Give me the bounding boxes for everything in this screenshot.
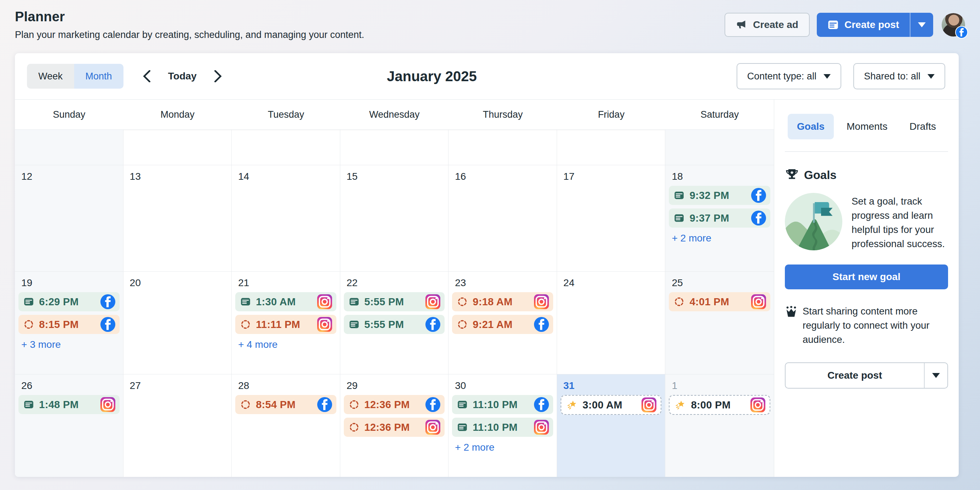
star-icon bbox=[675, 399, 686, 411]
month-toggle-button[interactable]: Month bbox=[74, 64, 124, 89]
event-time: 11:10 PM bbox=[473, 399, 518, 411]
calendar-cell-22[interactable]: 225:55 PM5:55 PM bbox=[340, 271, 449, 374]
calendar-cell-empty[interactable] bbox=[665, 130, 774, 165]
published-event[interactable]: 9:37 PM bbox=[669, 208, 770, 228]
calendar-cell-26[interactable]: 261:48 PM bbox=[15, 374, 124, 477]
more-events-link[interactable]: + 2 more bbox=[455, 442, 557, 453]
event-time: 9:32 PM bbox=[689, 190, 729, 201]
content-type-filter[interactable]: Content type: all bbox=[737, 63, 841, 89]
published-event[interactable]: 5:55 PM bbox=[344, 292, 445, 311]
event-time: 5:55 PM bbox=[364, 319, 404, 330]
post-icon bbox=[240, 297, 251, 307]
day-number: 18 bbox=[672, 171, 774, 182]
scheduled-event[interactable]: 8:54 PM bbox=[235, 395, 336, 414]
calendar-cell-empty[interactable] bbox=[340, 130, 449, 165]
previous-month-button[interactable] bbox=[139, 68, 155, 84]
calendar-cell-empty[interactable] bbox=[124, 130, 232, 165]
calendar-cell-20[interactable]: 20 bbox=[124, 271, 232, 374]
create-ad-button[interactable]: Create ad bbox=[724, 13, 810, 37]
next-month-button[interactable] bbox=[210, 68, 226, 84]
scheduled-event[interactable]: 12:36 PM bbox=[344, 395, 445, 414]
more-events-link[interactable]: + 3 more bbox=[21, 339, 123, 350]
tab-goals[interactable]: Goals bbox=[788, 114, 834, 140]
day-number: 27 bbox=[130, 380, 232, 392]
calendar-toolbar: Week Month Today January 2025 Content ty… bbox=[15, 53, 959, 100]
post-icon bbox=[24, 297, 34, 307]
suggested-event[interactable]: 8:00 PM bbox=[669, 395, 770, 415]
scheduled-event[interactable]: 11:11 PM bbox=[235, 315, 336, 334]
published-event[interactable]: 11:10 PM bbox=[452, 395, 553, 414]
trophy-icon bbox=[785, 168, 799, 182]
calendar-cell-28[interactable]: 288:54 PM bbox=[232, 374, 340, 477]
calendar-cell-12[interactable]: 12 bbox=[15, 165, 124, 271]
calendar-cell-24[interactable]: 24 bbox=[557, 271, 666, 374]
event-time: 6:29 PM bbox=[39, 296, 79, 308]
calendar-cell-19[interactable]: 196:29 PM8:15 PM+ 3 more bbox=[15, 271, 124, 374]
day-number: 1 bbox=[672, 380, 774, 392]
calendar-cell-14[interactable]: 14 bbox=[232, 165, 340, 271]
calendar-cell-31[interactable]: 313:00 AM bbox=[557, 374, 666, 477]
sharing-tip-text: Start sharing content more regularly to … bbox=[803, 304, 948, 347]
calendar-cell-empty[interactable] bbox=[449, 130, 557, 165]
calendar-cell-27[interactable]: 27 bbox=[124, 374, 232, 477]
day-number: 29 bbox=[347, 380, 449, 392]
calendar-cell-15[interactable]: 15 bbox=[340, 165, 449, 271]
event-time: 1:30 AM bbox=[256, 296, 296, 308]
event-time: 12:36 PM bbox=[364, 399, 410, 411]
instagram-icon bbox=[100, 397, 115, 412]
scheduled-clock-icon bbox=[349, 399, 360, 410]
calendar-cell-empty[interactable] bbox=[15, 130, 124, 165]
calendar-cell-feb-1[interactable]: 18:00 PM bbox=[665, 374, 774, 477]
calendar-cell-empty[interactable] bbox=[232, 130, 340, 165]
published-event[interactable]: 5:55 PM bbox=[344, 315, 445, 334]
start-new-goal-button[interactable]: Start new goal bbox=[785, 265, 948, 289]
more-events-link[interactable]: + 4 more bbox=[238, 339, 340, 350]
week-toggle-button[interactable]: Week bbox=[27, 64, 74, 89]
create-post-button[interactable]: Create post bbox=[817, 13, 910, 37]
calendar-cell-23[interactable]: 239:18 AM9:21 AM bbox=[449, 271, 557, 374]
calendar-grid: 121314151617189:32 PM9:37 PM+ 2 more196:… bbox=[15, 130, 774, 477]
published-event[interactable]: 1:48 PM bbox=[18, 395, 119, 414]
calendar-cell-17[interactable]: 17 bbox=[557, 165, 666, 271]
today-button[interactable]: Today bbox=[168, 71, 197, 82]
published-event[interactable]: 9:32 PM bbox=[669, 186, 770, 205]
more-events-link[interactable]: + 2 more bbox=[672, 233, 774, 244]
published-event[interactable]: 1:30 AM bbox=[235, 292, 336, 311]
create-post-dropdown-button[interactable] bbox=[910, 13, 933, 37]
calendar-cell-30[interactable]: 3011:10 PM11:10 PM+ 2 more bbox=[449, 374, 557, 477]
tab-moments[interactable]: Moments bbox=[837, 114, 897, 140]
day-number: 15 bbox=[347, 171, 449, 182]
suggested-event[interactable]: 3:00 AM bbox=[561, 395, 662, 415]
calendar-cell-25[interactable]: 254:01 PM bbox=[665, 271, 774, 374]
calendar-cell-18[interactable]: 189:32 PM9:37 PM+ 2 more bbox=[665, 165, 774, 271]
tab-drafts[interactable]: Drafts bbox=[900, 114, 945, 140]
shared-to-filter[interactable]: Shared to: all bbox=[853, 63, 945, 89]
post-icon bbox=[349, 297, 360, 307]
scheduled-event[interactable]: 9:21 AM bbox=[452, 315, 553, 334]
published-event[interactable]: 11:10 PM bbox=[452, 418, 553, 437]
calendar-cell-21[interactable]: 211:30 AM11:11 PM+ 4 more bbox=[232, 271, 340, 374]
calendar-cell-empty[interactable] bbox=[557, 130, 666, 165]
day-number: 14 bbox=[238, 171, 340, 182]
profile-avatar[interactable] bbox=[942, 13, 965, 36]
facebook-icon bbox=[425, 397, 440, 412]
right-sidebar: Goals Moments Drafts Goals bbox=[774, 100, 959, 477]
calendar-cell-16[interactable]: 16 bbox=[449, 165, 557, 271]
scheduled-event[interactable]: 9:18 AM bbox=[452, 292, 553, 311]
day-header-saturday: Saturday bbox=[665, 100, 774, 129]
published-event[interactable]: 6:29 PM bbox=[18, 292, 119, 311]
sidebar-create-post-dropdown[interactable] bbox=[925, 363, 947, 388]
instagram-icon bbox=[317, 294, 332, 309]
sidebar-create-post-button[interactable]: Create post bbox=[786, 363, 924, 388]
calendar-cell-29[interactable]: 2912:36 PM12:36 PM bbox=[340, 374, 449, 477]
goals-description: Set a goal, track progress and learn hel… bbox=[851, 193, 948, 251]
shared-to-label: Shared to: all bbox=[864, 71, 920, 82]
instagram-icon bbox=[534, 420, 549, 434]
calendar-cell-13[interactable]: 13 bbox=[124, 165, 232, 271]
instagram-icon bbox=[317, 317, 332, 332]
scheduled-event[interactable]: 4:01 PM bbox=[669, 292, 770, 311]
content-type-label: Content type: all bbox=[747, 71, 816, 82]
scheduled-event[interactable]: 8:15 PM bbox=[18, 315, 119, 334]
scheduled-event[interactable]: 12:36 PM bbox=[344, 418, 445, 437]
instagram-icon bbox=[751, 398, 765, 412]
